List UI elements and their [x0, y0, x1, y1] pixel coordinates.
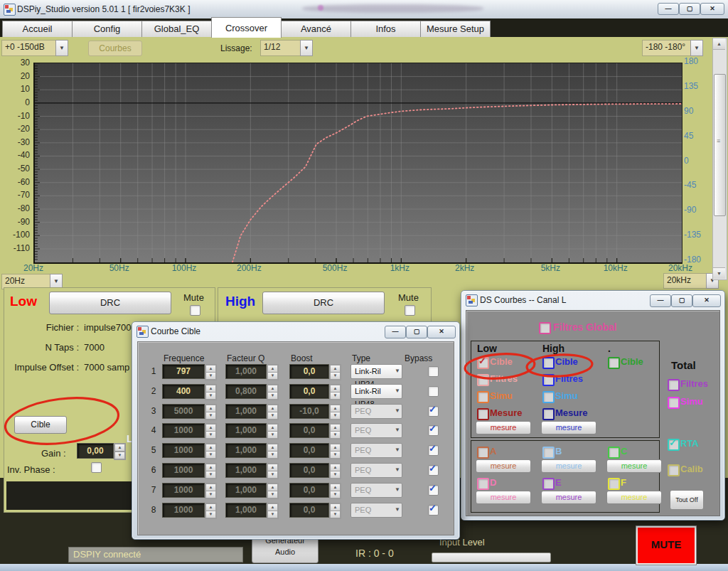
spin-down-icon[interactable]: ▼ — [205, 511, 216, 518]
spin-down-icon[interactable]: ▼ — [330, 372, 341, 380]
cc-q-field-spinner[interactable]: ▲▼ — [267, 483, 279, 499]
close-icon[interactable]: ✕ — [700, 3, 724, 15]
ds-low-filtres-checkbox[interactable] — [477, 374, 489, 386]
low-gain-spinner[interactable]: ▲▼ — [114, 443, 126, 460]
cc-q-field[interactable]: 1,000 — [225, 463, 267, 478]
lissage-select-arrow-icon[interactable]: ▼ — [300, 40, 313, 56]
ds-mes-c-checkbox[interactable] — [608, 447, 620, 459]
cc-bypass-checkbox[interactable] — [428, 386, 439, 397]
spin-down-icon[interactable]: ▼ — [114, 452, 125, 459]
minimize-icon[interactable]: — — [385, 326, 406, 338]
spin-down-icon[interactable]: ▼ — [267, 451, 278, 459]
cc-q-field[interactable]: 1,000 — [225, 404, 267, 419]
cc-boost-field[interactable]: -10,0 — [289, 404, 329, 419]
dropdown-arrow-icon[interactable]: ▼ — [395, 484, 400, 496]
cc-type-select[interactable]: PEQ▼ — [350, 483, 402, 498]
spin-down-icon[interactable]: ▼ — [330, 412, 341, 420]
cc-q-field[interactable]: 1,000 — [225, 483, 267, 498]
tab-crossover[interactable]: Crossover — [211, 17, 282, 38]
cc-q-field-spinner[interactable]: ▲▼ — [267, 503, 279, 519]
cc-q-field[interactable]: 1,000 — [225, 364, 267, 379]
ds-total-simu-checkbox[interactable] — [668, 397, 680, 409]
cc-q-field-spinner[interactable]: ▲▼ — [267, 384, 279, 400]
maximize-icon[interactable]: ▢ — [406, 326, 427, 338]
courbes-button[interactable]: Courbes — [88, 41, 142, 56]
frequency-response-plot[interactable] — [33, 63, 682, 264]
spin-down-icon[interactable]: ▼ — [267, 471, 278, 479]
ds-mes-d-mesure-button[interactable]: mesure — [476, 491, 531, 504]
tab-global-eq[interactable]: Global_EQ — [141, 21, 212, 38]
cc-boost-field-spinner[interactable]: ▲▼ — [329, 443, 341, 459]
cc-freq-field-spinner[interactable]: ▲▼ — [205, 443, 217, 459]
cc-freq-field[interactable]: 1000 — [162, 443, 205, 458]
spin-down-icon[interactable]: ▼ — [267, 372, 278, 380]
cc-q-field-spinner[interactable]: ▲▼ — [267, 443, 279, 459]
cc-type-select[interactable]: Link-Ril HP48▼ — [350, 384, 402, 399]
dropdown-arrow-icon[interactable]: ▼ — [395, 464, 400, 476]
cc-bypass-checkbox[interactable]: ✓ — [428, 425, 439, 436]
dropdown-arrow-icon[interactable]: ▼ — [395, 424, 400, 437]
cc-boost-field[interactable]: 0,0 — [289, 384, 329, 399]
cc-freq-field[interactable]: 1000 — [162, 503, 205, 518]
cc-boost-field-spinner[interactable]: ▲▼ — [329, 404, 341, 420]
cc-freq-field-spinner[interactable]: ▲▼ — [205, 384, 217, 400]
ds-high-simu-checkbox[interactable] — [542, 391, 555, 403]
cc-boost-field-spinner[interactable]: ▲▼ — [329, 503, 341, 519]
cc-boost-field[interactable]: 0,0 — [289, 463, 329, 478]
spin-down-icon[interactable]: ▼ — [205, 491, 216, 498]
range-select-arrow-icon[interactable]: ▼ — [55, 40, 68, 56]
ds-tout-off-button[interactable]: Tout Off — [670, 490, 704, 510]
cc-freq-field-spinner[interactable]: ▲▼ — [205, 423, 217, 439]
dropdown-arrow-icon[interactable]: ▼ — [395, 365, 400, 378]
ds-low-mesure-checkbox[interactable] — [477, 408, 489, 420]
tab-mesure-setup[interactable]: Mesure Setup — [420, 21, 491, 38]
dropdown-arrow-icon[interactable]: ▼ — [395, 444, 400, 457]
max-freq-select[interactable]: 20kHz — [663, 273, 710, 289]
ds-high-filtres-checkbox[interactable] — [542, 374, 555, 386]
tab-avanc-[interactable]: Avancé — [281, 21, 351, 38]
cc-bypass-checkbox[interactable]: ✓ — [428, 445, 439, 456]
spin-down-icon[interactable]: ▼ — [267, 431, 278, 439]
cc-freq-field[interactable]: 1000 — [162, 463, 205, 478]
ds-high-mesure-button[interactable]: mesure — [541, 421, 596, 434]
spin-down-icon[interactable]: ▼ — [330, 471, 341, 479]
dropdown-arrow-icon[interactable]: ▼ — [395, 385, 400, 397]
ds-calib-checkbox[interactable] — [668, 464, 680, 476]
spin-down-icon[interactable]: ▼ — [205, 431, 216, 439]
cc-bypass-checkbox[interactable]: ✓ — [428, 465, 439, 476]
low-inv-phase-checkbox[interactable] — [91, 462, 102, 473]
cc-freq-field[interactable]: 1000 — [162, 423, 205, 438]
spin-down-icon[interactable]: ▼ — [267, 392, 278, 400]
spin-down-icon[interactable]: ▼ — [330, 392, 341, 400]
scrollbar-thumb[interactable]: ≡ — [714, 74, 726, 216]
cc-boost-field-spinner[interactable]: ▲▼ — [329, 423, 341, 439]
cc-boost-field-spinner[interactable]: ▲▼ — [329, 483, 341, 499]
spin-down-icon[interactable]: ▼ — [267, 412, 278, 420]
cc-freq-field-spinner[interactable]: ▲▼ — [205, 483, 217, 499]
cc-freq-field[interactable]: 400 — [162, 384, 205, 399]
cc-q-field-spinner[interactable]: ▲▼ — [267, 364, 279, 380]
cc-boost-field[interactable]: 0,0 — [289, 443, 329, 458]
ds-mes-f-mesure-button[interactable]: mesure — [606, 491, 662, 504]
ds-mes-f-checkbox[interactable] — [608, 478, 620, 490]
cc-boost-field-spinner[interactable]: ▲▼ — [329, 384, 341, 400]
ds-filtres-global-checkbox[interactable] — [539, 322, 551, 334]
dropdown-arrow-icon[interactable]: ▼ — [395, 405, 400, 417]
cc-boost-field[interactable]: 0,0 — [289, 364, 329, 379]
cc-bypass-checkbox[interactable]: ✓ — [428, 485, 439, 496]
phase-range-arrow-icon[interactable]: ▼ — [690, 40, 703, 56]
dropdown-arrow-icon[interactable]: ▼ — [395, 503, 400, 516]
low-drc-button[interactable]: DRC — [49, 292, 171, 314]
ds-low-cible-checkbox[interactable]: ✓ — [477, 357, 489, 369]
cc-q-field[interactable]: 1,000 — [225, 443, 267, 458]
high-drc-button[interactable]: DRC — [262, 292, 385, 314]
tab-infos[interactable]: Infos — [350, 21, 421, 38]
spin-down-icon[interactable]: ▼ — [205, 392, 216, 400]
ds-high-mesure-checkbox[interactable] — [542, 408, 555, 420]
cc-q-field[interactable]: 0,800 — [225, 384, 267, 399]
minimize-icon[interactable]: — — [650, 294, 671, 307]
courbe-cible-dialog[interactable]: Courbe Cible — ▢ ✕ FrequenceFacteur QBoo… — [132, 321, 460, 540]
cc-boost-field-spinner[interactable]: ▲▼ — [329, 463, 341, 479]
cc-freq-field-spinner[interactable]: ▲▼ — [205, 404, 217, 420]
cc-q-field[interactable]: 1,000 — [225, 503, 267, 518]
